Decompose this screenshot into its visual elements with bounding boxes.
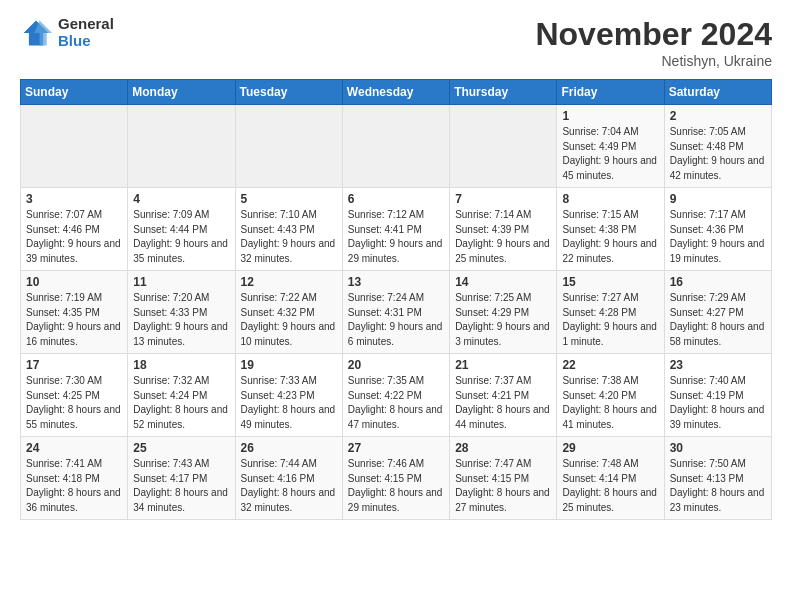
day-info: Sunrise: 7:09 AM Sunset: 4:44 PM Dayligh… <box>133 208 229 266</box>
day-info: Sunrise: 7:17 AM Sunset: 4:36 PM Dayligh… <box>670 208 766 266</box>
day-info: Sunrise: 7:19 AM Sunset: 4:35 PM Dayligh… <box>26 291 122 349</box>
day-info: Sunrise: 7:48 AM Sunset: 4:14 PM Dayligh… <box>562 457 658 515</box>
calendar-body: 1Sunrise: 7:04 AM Sunset: 4:49 PM Daylig… <box>21 105 772 520</box>
table-row: 18Sunrise: 7:32 AM Sunset: 4:24 PM Dayli… <box>128 354 235 437</box>
table-row: 13Sunrise: 7:24 AM Sunset: 4:31 PM Dayli… <box>342 271 449 354</box>
table-row: 11Sunrise: 7:20 AM Sunset: 4:33 PM Dayli… <box>128 271 235 354</box>
table-row: 20Sunrise: 7:35 AM Sunset: 4:22 PM Dayli… <box>342 354 449 437</box>
table-row <box>342 105 449 188</box>
day-number: 13 <box>348 275 444 289</box>
day-number: 5 <box>241 192 337 206</box>
day-info: Sunrise: 7:41 AM Sunset: 4:18 PM Dayligh… <box>26 457 122 515</box>
col-tuesday: Tuesday <box>235 80 342 105</box>
table-row: 4Sunrise: 7:09 AM Sunset: 4:44 PM Daylig… <box>128 188 235 271</box>
day-info: Sunrise: 7:47 AM Sunset: 4:15 PM Dayligh… <box>455 457 551 515</box>
day-info: Sunrise: 7:14 AM Sunset: 4:39 PM Dayligh… <box>455 208 551 266</box>
day-number: 8 <box>562 192 658 206</box>
calendar-week-2: 3Sunrise: 7:07 AM Sunset: 4:46 PM Daylig… <box>21 188 772 271</box>
calendar-week-5: 24Sunrise: 7:41 AM Sunset: 4:18 PM Dayli… <box>21 437 772 520</box>
day-info: Sunrise: 7:38 AM Sunset: 4:20 PM Dayligh… <box>562 374 658 432</box>
table-row: 12Sunrise: 7:22 AM Sunset: 4:32 PM Dayli… <box>235 271 342 354</box>
day-info: Sunrise: 7:04 AM Sunset: 4:49 PM Dayligh… <box>562 125 658 183</box>
day-info: Sunrise: 7:46 AM Sunset: 4:15 PM Dayligh… <box>348 457 444 515</box>
table-row: 9Sunrise: 7:17 AM Sunset: 4:36 PM Daylig… <box>664 188 771 271</box>
table-row: 27Sunrise: 7:46 AM Sunset: 4:15 PM Dayli… <box>342 437 449 520</box>
day-info: Sunrise: 7:05 AM Sunset: 4:48 PM Dayligh… <box>670 125 766 183</box>
day-info: Sunrise: 7:20 AM Sunset: 4:33 PM Dayligh… <box>133 291 229 349</box>
day-number: 23 <box>670 358 766 372</box>
day-number: 16 <box>670 275 766 289</box>
page: General Blue November 2024 Netishyn, Ukr… <box>0 0 792 612</box>
col-thursday: Thursday <box>450 80 557 105</box>
col-saturday: Saturday <box>664 80 771 105</box>
table-row: 1Sunrise: 7:04 AM Sunset: 4:49 PM Daylig… <box>557 105 664 188</box>
table-row: 17Sunrise: 7:30 AM Sunset: 4:25 PM Dayli… <box>21 354 128 437</box>
table-row: 2Sunrise: 7:05 AM Sunset: 4:48 PM Daylig… <box>664 105 771 188</box>
table-row: 15Sunrise: 7:27 AM Sunset: 4:28 PM Dayli… <box>557 271 664 354</box>
day-info: Sunrise: 7:22 AM Sunset: 4:32 PM Dayligh… <box>241 291 337 349</box>
table-row: 28Sunrise: 7:47 AM Sunset: 4:15 PM Dayli… <box>450 437 557 520</box>
header: General Blue November 2024 Netishyn, Ukr… <box>20 16 772 69</box>
logo: General Blue <box>20 16 114 49</box>
day-info: Sunrise: 7:44 AM Sunset: 4:16 PM Dayligh… <box>241 457 337 515</box>
logo-icon <box>20 17 52 49</box>
table-row <box>21 105 128 188</box>
calendar-week-1: 1Sunrise: 7:04 AM Sunset: 4:49 PM Daylig… <box>21 105 772 188</box>
day-number: 11 <box>133 275 229 289</box>
day-number: 17 <box>26 358 122 372</box>
day-info: Sunrise: 7:50 AM Sunset: 4:13 PM Dayligh… <box>670 457 766 515</box>
table-row: 3Sunrise: 7:07 AM Sunset: 4:46 PM Daylig… <box>21 188 128 271</box>
day-number: 27 <box>348 441 444 455</box>
col-sunday: Sunday <box>21 80 128 105</box>
day-info: Sunrise: 7:07 AM Sunset: 4:46 PM Dayligh… <box>26 208 122 266</box>
day-number: 18 <box>133 358 229 372</box>
title-block: November 2024 Netishyn, Ukraine <box>535 16 772 69</box>
table-row <box>235 105 342 188</box>
location: Netishyn, Ukraine <box>535 53 772 69</box>
header-row: Sunday Monday Tuesday Wednesday Thursday… <box>21 80 772 105</box>
day-number: 26 <box>241 441 337 455</box>
day-number: 2 <box>670 109 766 123</box>
day-info: Sunrise: 7:32 AM Sunset: 4:24 PM Dayligh… <box>133 374 229 432</box>
table-row <box>128 105 235 188</box>
day-number: 30 <box>670 441 766 455</box>
table-row: 25Sunrise: 7:43 AM Sunset: 4:17 PM Dayli… <box>128 437 235 520</box>
day-number: 22 <box>562 358 658 372</box>
table-row: 26Sunrise: 7:44 AM Sunset: 4:16 PM Dayli… <box>235 437 342 520</box>
day-info: Sunrise: 7:37 AM Sunset: 4:21 PM Dayligh… <box>455 374 551 432</box>
col-friday: Friday <box>557 80 664 105</box>
day-number: 15 <box>562 275 658 289</box>
day-info: Sunrise: 7:25 AM Sunset: 4:29 PM Dayligh… <box>455 291 551 349</box>
logo-blue-label: Blue <box>58 33 114 50</box>
logo-text: General Blue <box>58 16 114 49</box>
day-info: Sunrise: 7:10 AM Sunset: 4:43 PM Dayligh… <box>241 208 337 266</box>
table-row: 21Sunrise: 7:37 AM Sunset: 4:21 PM Dayli… <box>450 354 557 437</box>
logo-general-label: General <box>58 16 114 33</box>
table-row: 30Sunrise: 7:50 AM Sunset: 4:13 PM Dayli… <box>664 437 771 520</box>
table-row: 6Sunrise: 7:12 AM Sunset: 4:41 PM Daylig… <box>342 188 449 271</box>
table-row: 10Sunrise: 7:19 AM Sunset: 4:35 PM Dayli… <box>21 271 128 354</box>
day-info: Sunrise: 7:27 AM Sunset: 4:28 PM Dayligh… <box>562 291 658 349</box>
day-info: Sunrise: 7:12 AM Sunset: 4:41 PM Dayligh… <box>348 208 444 266</box>
day-number: 12 <box>241 275 337 289</box>
day-info: Sunrise: 7:40 AM Sunset: 4:19 PM Dayligh… <box>670 374 766 432</box>
table-row: 7Sunrise: 7:14 AM Sunset: 4:39 PM Daylig… <box>450 188 557 271</box>
day-number: 14 <box>455 275 551 289</box>
table-row: 5Sunrise: 7:10 AM Sunset: 4:43 PM Daylig… <box>235 188 342 271</box>
day-number: 6 <box>348 192 444 206</box>
table-row: 19Sunrise: 7:33 AM Sunset: 4:23 PM Dayli… <box>235 354 342 437</box>
table-row: 23Sunrise: 7:40 AM Sunset: 4:19 PM Dayli… <box>664 354 771 437</box>
table-row: 22Sunrise: 7:38 AM Sunset: 4:20 PM Dayli… <box>557 354 664 437</box>
day-number: 21 <box>455 358 551 372</box>
day-number: 20 <box>348 358 444 372</box>
day-info: Sunrise: 7:15 AM Sunset: 4:38 PM Dayligh… <box>562 208 658 266</box>
day-number: 4 <box>133 192 229 206</box>
table-row: 14Sunrise: 7:25 AM Sunset: 4:29 PM Dayli… <box>450 271 557 354</box>
month-title: November 2024 <box>535 16 772 53</box>
day-info: Sunrise: 7:30 AM Sunset: 4:25 PM Dayligh… <box>26 374 122 432</box>
day-number: 24 <box>26 441 122 455</box>
day-info: Sunrise: 7:43 AM Sunset: 4:17 PM Dayligh… <box>133 457 229 515</box>
col-monday: Monday <box>128 80 235 105</box>
table-row: 24Sunrise: 7:41 AM Sunset: 4:18 PM Dayli… <box>21 437 128 520</box>
calendar-week-3: 10Sunrise: 7:19 AM Sunset: 4:35 PM Dayli… <box>21 271 772 354</box>
